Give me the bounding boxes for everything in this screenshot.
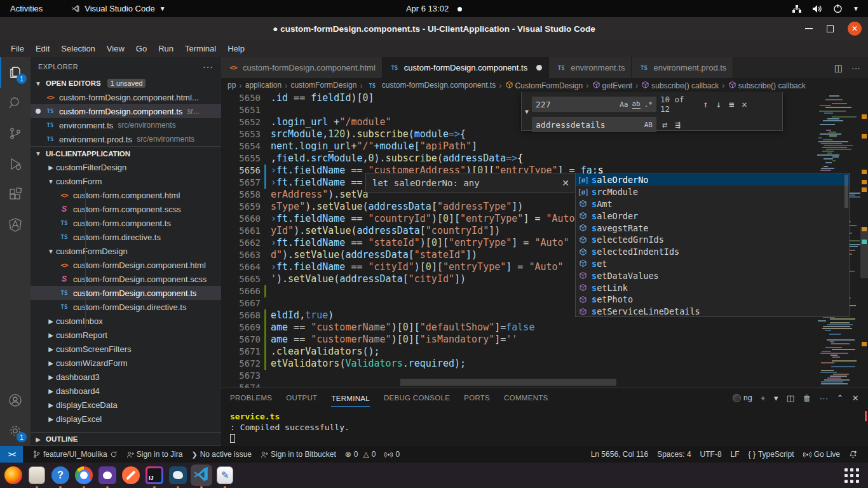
language-mode-item[interactable]: { }TypeScript	[744, 450, 799, 459]
replace-input[interactable]: addressdetails AB	[532, 117, 656, 132]
horizontal-scrollbar[interactable]	[400, 379, 616, 386]
suggestion-saleOrderNo[interactable]: [ø]saleOrderNo	[576, 174, 849, 186]
tab-custom-formDesign.component.ts[interactable]: TScustom-formDesign.component.ts	[383, 57, 549, 78]
breadcrumb-item[interactable]: customFormDesign	[290, 81, 356, 90]
search-activity-button[interactable]	[0, 88, 31, 118]
terminal-output[interactable]: service.ts: Compiled successfully.	[221, 407, 868, 444]
replace-button[interactable]: ⇄	[660, 119, 669, 130]
encoding-item[interactable]: UTF-8	[696, 450, 726, 459]
tree-folder-dashboard4[interactable]: ▶dashboard4	[31, 384, 221, 398]
next-match-button[interactable]: ↓	[714, 99, 722, 109]
more-actions-icon[interactable]: ···	[851, 63, 860, 73]
eol-item[interactable]: LF	[726, 450, 744, 459]
network-icon[interactable]	[792, 4, 802, 13]
account-button[interactable]	[0, 385, 31, 416]
panel-tab-debug-console[interactable]: DEBUG CONSOLE	[384, 394, 450, 402]
minimize-button[interactable]	[805, 28, 813, 29]
restore-button[interactable]	[827, 25, 834, 32]
settings-button[interactable]: 1	[0, 416, 31, 446]
jira-signin-item[interactable]: Sign in to Jira	[122, 446, 187, 463]
power-icon[interactable]	[833, 4, 843, 13]
tree-folder-displayExcel[interactable]: ▶displayExcel	[31, 412, 221, 426]
explorer-more-actions-icon[interactable]: ···	[203, 62, 214, 72]
dock-app-postman[interactable]	[120, 464, 142, 486]
tree-folder-dashboard3[interactable]: ▶dashboard3	[31, 370, 221, 384]
tree-file-custom-form.component.scss[interactable]: Scustom-form.component.scss	[31, 202, 221, 216]
breadcrumb-item[interactable]: subscribe() callback	[728, 80, 806, 90]
tree-folder-customWizardForm[interactable]: ▶customWizardForm	[31, 356, 221, 370]
suggestion-selectedGrnIds[interactable]: selectedGrnIds	[576, 234, 849, 246]
panel-more-actions[interactable]: ···	[820, 393, 829, 403]
kill-terminal-button[interactable]: 🗑	[803, 393, 811, 403]
suggestion-savegstRate[interactable]: savegstRate	[576, 222, 849, 234]
regex-icon[interactable]: .*	[644, 100, 653, 109]
split-terminal-button[interactable]: ◫	[787, 393, 795, 403]
breadcrumb-item[interactable]: TScustom-formDesign.component.ts	[366, 81, 496, 90]
split-editor-icon[interactable]: ◫	[834, 63, 843, 73]
dock-app-intellij[interactable]	[144, 464, 165, 486]
tray-chevron-icon[interactable]: ▼	[853, 5, 859, 12]
project-section-header[interactable]: ▼ UI-CLIENTAPPLICATION	[31, 146, 221, 160]
show-applications-button[interactable]	[844, 468, 859, 483]
suggest-scrollbar[interactable]	[844, 175, 848, 208]
dock-app-firefox[interactable]	[3, 464, 24, 486]
suggestion-setServiceLineDetails[interactable]: setServiceLineDetails	[576, 306, 849, 317]
dock-app-help[interactable]: ?	[50, 464, 71, 486]
suggestion-set[interactable]: set	[576, 258, 849, 270]
suggestion-setPhoto[interactable]: setPhoto	[576, 294, 849, 306]
tree-file-custom-form.component.html[interactable]: <>custom-form.component.html	[31, 188, 221, 202]
tree-folder-customForm[interactable]: ▼customForm	[31, 174, 221, 188]
find-input[interactable]: 227 Aa ab .*	[532, 97, 656, 112]
suggestion-sAmt[interactable]: sAmt	[576, 198, 849, 210]
menu-go[interactable]: Go	[130, 42, 153, 55]
active-issue-item[interactable]: ❯ No active issue	[187, 446, 256, 463]
terminal-selector[interactable]: ng	[733, 393, 752, 402]
menu-run[interactable]: Run	[153, 42, 179, 55]
dock-app-chrome[interactable]	[73, 464, 95, 486]
open-editor-item[interactable]: TSenvironment.prod.tssrc/environments	[31, 132, 221, 146]
open-editor-item[interactable]: <>custom-formDesign.component.html...	[31, 90, 221, 104]
tree-file-custom-formDesign.component.scss[interactable]: Scustom-formDesign.component.scss	[31, 272, 221, 286]
suggestion-saleOrder[interactable]: saleOrder	[576, 210, 849, 222]
volume-icon[interactable]	[812, 4, 823, 13]
tree-file-custom-form.component.ts[interactable]: TScustom-form.component.ts	[31, 216, 221, 230]
previous-match-button[interactable]: ↑	[701, 99, 710, 109]
tree-folder-customReport[interactable]: ▶customReport	[31, 328, 221, 342]
dock-app-gedit[interactable]: ✎	[214, 464, 236, 486]
menu-selection[interactable]: Selection	[55, 42, 100, 55]
run-debug-activity-button[interactable]	[0, 149, 31, 179]
outline-section-header[interactable]: ▶ OUTLINE	[31, 432, 221, 445]
tree-folder-customFormDesign[interactable]: ▼customFormDesign	[31, 244, 221, 258]
remote-indicator[interactable]: ><	[0, 446, 23, 463]
tab-environment.prod.ts[interactable]: TSenvironment.prod.ts	[632, 57, 733, 78]
close-find-button[interactable]: ✕	[740, 99, 749, 109]
menu-file[interactable]: File	[5, 42, 30, 55]
panel-tab-problems[interactable]: PROBLEMS	[230, 394, 272, 402]
breadcrumb-item[interactable]: CustomFormDesign	[505, 80, 583, 90]
app-window-menu[interactable]: Visual Studio Code ▼	[64, 4, 172, 13]
close-hover-icon[interactable]: ✕	[562, 178, 569, 188]
ports-item[interactable]: 0	[380, 446, 404, 463]
indentation-item[interactable]: Spaces: 4	[653, 450, 695, 459]
tree-folder-customInbox[interactable]: ▶customInbox	[31, 314, 221, 328]
breadcrumb-item[interactable]: subscribe() callback	[641, 80, 719, 90]
tree-file-custom-formDesign.component.ts[interactable]: TScustom-formDesign.component.ts	[31, 286, 221, 300]
breadcrumb-item[interactable]: pp	[227, 81, 236, 90]
vertical-scrollbar[interactable]	[860, 227, 868, 278]
bitbucket-signin-item[interactable]: Sign in to Bitbucket	[256, 446, 341, 463]
terminal-dropdown-icon[interactable]: ▾	[774, 393, 778, 403]
find-in-selection-button[interactable]: ≡	[727, 99, 736, 109]
tree-file-custom-formDesign.directive.ts[interactable]: TScustom-formDesign.directive.ts	[31, 300, 221, 314]
suggestion-setDataValues[interactable]: setDataValues	[576, 269, 849, 281]
go-live-item[interactable]: Go Live	[799, 450, 844, 459]
panel-tab-ports[interactable]: PORTS	[464, 394, 490, 402]
suggestion-srcModule[interactable]: [ø]srcModule	[576, 186, 849, 198]
tree-folder-displayExceData[interactable]: ▶displayExceData	[31, 398, 221, 412]
breadcrumb-item[interactable]: getEvent	[592, 80, 632, 90]
explorer-activity-button[interactable]: 1	[0, 57, 31, 88]
tab-environment.ts[interactable]: TSenvironment.ts	[549, 57, 632, 78]
menu-help[interactable]: Help	[222, 42, 250, 55]
activities-button[interactable]: Activities	[0, 0, 53, 17]
close-panel-button[interactable]: ✕	[852, 393, 859, 403]
close-button[interactable]: ✕	[848, 22, 862, 36]
